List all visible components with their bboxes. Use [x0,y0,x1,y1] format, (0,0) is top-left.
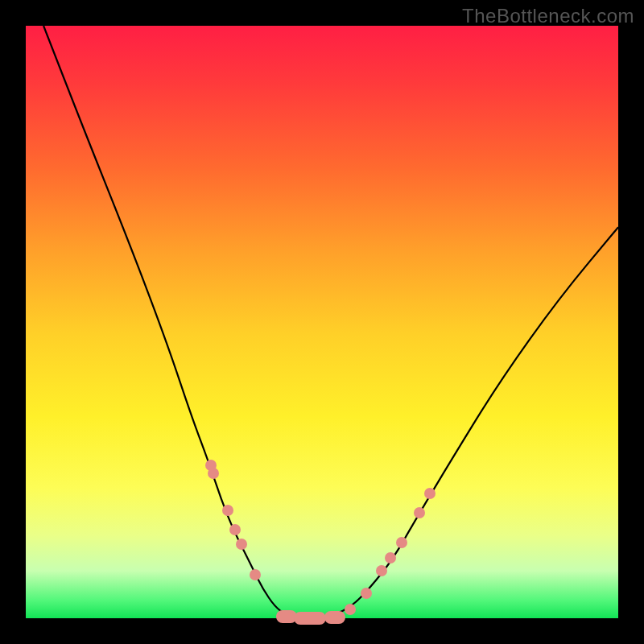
data-marker [250,569,261,580]
data-marker [236,539,247,550]
data-marker [385,552,396,564]
plot-area [26,26,618,618]
chart-frame: TheBottleneck.com [0,0,644,644]
data-marker [414,507,425,518]
data-marker [345,604,356,615]
data-marker [222,505,233,516]
data-marker [396,537,407,548]
data-marker [294,612,326,625]
marker-layer [26,26,618,618]
data-marker [424,488,436,499]
data-marker [376,565,387,576]
data-marker [229,524,241,535]
watermark-text: TheBottleneck.com [462,5,634,27]
data-marker [361,588,372,599]
data-marker [208,468,219,479]
data-marker [324,611,345,624]
